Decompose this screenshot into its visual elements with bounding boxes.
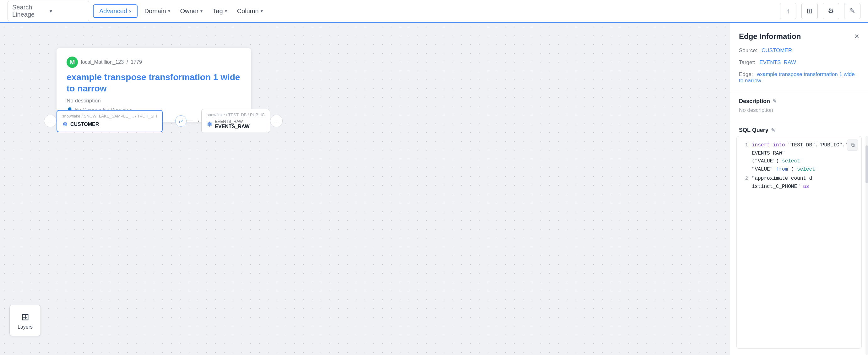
panel-header: Edge Information × [730, 31, 868, 48]
kw-into: into [773, 142, 785, 148]
target-expand-right[interactable]: − [270, 115, 283, 127]
scrollbar-track [866, 136, 868, 355]
description-section-title: Description ✎ [730, 95, 868, 107]
close-panel-button[interactable]: × [855, 31, 859, 41]
line-num-2: 2 [742, 175, 748, 191]
dashed-line [163, 121, 175, 121]
kw-from: from [776, 167, 788, 172]
solid-line [187, 121, 193, 121]
sql-section-title: SQL Query ✎ [730, 124, 868, 136]
description-value: No description [730, 107, 868, 118]
target-value[interactable]: EVENTS_RAW [760, 59, 796, 65]
connector-line: ⇄ → [163, 115, 202, 127]
sql-line-2: 2 "approximate_count_d istinct_C_PHONE" … [742, 175, 857, 191]
source-node-name: CUSTOMER [70, 122, 99, 127]
canvas-area[interactable]: M local_Matillion_123 / 1779 example tra… [0, 23, 730, 355]
source-node-content: ❄ CUSTOMER [62, 120, 157, 128]
tag-filter-label: Tag [213, 7, 223, 15]
edit-icon: ✎ [849, 7, 855, 15]
edge-value[interactable]: example transpose transformation 1 wide … [739, 71, 855, 84]
description-edit-icon[interactable]: ✎ [773, 98, 777, 104]
owner-chevron-icon: ▾ [200, 8, 203, 13]
description-label: Description [739, 98, 770, 105]
arrow-icon: → [194, 118, 200, 124]
sql-box: ⧉ 1 insert into "TEST_DB"."PUBLIC"." EVE… [736, 136, 862, 349]
tag-chevron-icon: ▾ [225, 8, 227, 13]
search-lineage-input[interactable]: Search Lineage ▾ [7, 1, 89, 21]
layers-icon: ⊞ [21, 311, 29, 322]
source-snowflake-icon: ❄ [62, 120, 68, 128]
column-filter-button[interactable]: Column ▾ [234, 5, 266, 17]
scrollbar-thumb [866, 145, 868, 183]
settings-button[interactable]: ⚙ [823, 3, 839, 19]
divider-1 [730, 92, 868, 92]
source-expand-left[interactable]: − [44, 115, 57, 127]
target-label: Target: [739, 59, 755, 65]
export-icon: ↑ [787, 7, 790, 15]
sql-edit-icon[interactable]: ✎ [771, 127, 775, 133]
source-section: Source: CUSTOMER [730, 48, 868, 59]
advanced-button[interactable]: Advanced › [93, 4, 137, 18]
domain-filter-button[interactable]: Domain ▾ [141, 5, 173, 17]
advanced-arrow-icon: › [129, 7, 131, 15]
sql-outer: ⧉ 1 insert into "TEST_DB"."PUBLIC"." EVE… [730, 136, 868, 355]
toolbar: Search Lineage ▾ Advanced › Domain ▾ Own… [0, 0, 868, 23]
card-header: M local_Matillion_123 / 1779 [67, 57, 241, 68]
target-node-content: ❄ EVENTS_RAW EVENTS_RAW [207, 119, 265, 129]
sql-line-1: 1 insert into "TEST_DB"."PUBLIC"." EVENT… [742, 141, 857, 173]
search-lineage-text: Search Lineage [12, 4, 47, 18]
edit-button[interactable]: ✎ [844, 3, 861, 19]
sql-str-2: EVENTS_RAW" [752, 150, 785, 156]
kw-select: select [782, 158, 800, 164]
sql-content[interactable]: ⧉ 1 insert into "TEST_DB"."PUBLIC"." EVE… [737, 136, 861, 348]
edge-label: Edge: [739, 71, 753, 77]
domain-filter-label: Domain [145, 7, 166, 15]
owner-filter-button[interactable]: Owner ▾ [177, 5, 206, 17]
right-panel: Edge Information × Source: CUSTOMER Targ… [730, 23, 868, 355]
layers-label: Layers [18, 324, 33, 330]
card-description: No description [67, 98, 241, 104]
sql-str-3: ("VALUE") [752, 158, 782, 164]
target-section: Target: EVENTS_RAW [730, 59, 868, 71]
kw-insert: insert [752, 142, 773, 148]
kw-select-2: select [797, 167, 815, 172]
source-label: Source: [739, 48, 757, 53]
sql-code-1: insert into "TEST_DB"."PUBLIC"." EVENTS_… [752, 141, 857, 173]
target-node[interactable]: snowflake / TEST_DB / PUBLIC ❄ EVENTS_RA… [201, 109, 270, 133]
target-node-header: snowflake / TEST_DB / PUBLIC [207, 113, 265, 117]
transform-icon: ⇄ [175, 115, 187, 127]
search-chevron-icon: ▾ [50, 8, 85, 14]
divider-2 [730, 121, 868, 121]
image-icon: ⊞ [807, 7, 812, 15]
target-node-label: EVENTS_RAW [215, 119, 249, 124]
sql-copy-button[interactable]: ⧉ [847, 140, 858, 151]
sql-str-4: "VALUE" [752, 167, 776, 172]
sql-label: SQL Query [739, 127, 769, 134]
card-meta: local_Matillion_123 / 1779 [81, 59, 142, 65]
kw-as: as [803, 184, 809, 189]
main-content: M local_Matillion_123 / 1779 example tra… [0, 23, 868, 355]
close-icon: × [855, 31, 859, 41]
panel-title: Edge Information [739, 32, 801, 41]
matillion-icon: M [67, 57, 78, 68]
flow-container: − snowflake / SNOWFLAKE_SAMPLE_... / TPC… [44, 109, 283, 133]
gear-icon: ⚙ [828, 7, 834, 15]
sql-str-1: "TEST_DB"."PUBLIC"." [788, 142, 848, 148]
sql-paren: ( [791, 167, 794, 172]
toolbar-actions: ↑ ⊞ ⚙ ✎ [780, 3, 861, 19]
card-title[interactable]: example transpose transformation 1 wide … [67, 71, 241, 94]
layers-button[interactable]: ⊞ Layers [9, 305, 41, 336]
image-button[interactable]: ⊞ [801, 3, 818, 19]
domain-chevron-icon: ▾ [168, 8, 170, 13]
target-snowflake-icon: ❄ [207, 120, 212, 128]
sql-code-2: "approximate_count_d istinct_C_PHONE" as [752, 175, 857, 191]
tag-filter-button[interactable]: Tag ▾ [210, 5, 230, 17]
edge-section: Edge: example transpose transformation 1… [730, 71, 868, 90]
column-filter-label: Column [237, 7, 259, 15]
export-button[interactable]: ↑ [780, 3, 797, 19]
source-node[interactable]: snowflake / SNOWFLAKE_SAMPLE_... / TPCH_… [57, 110, 163, 132]
advanced-label: Advanced [99, 7, 127, 15]
source-node-header: snowflake / SNOWFLAKE_SAMPLE_... / TPCH_… [62, 114, 157, 118]
source-value[interactable]: CUSTOMER [762, 48, 792, 53]
line-num-1: 1 [742, 141, 748, 173]
